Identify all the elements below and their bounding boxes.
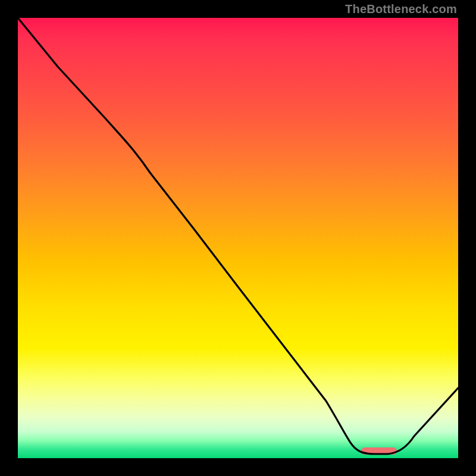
- plot-area: [18, 18, 458, 458]
- chart-frame: TheBottleneck.com: [0, 0, 476, 476]
- chart-svg: [18, 18, 458, 458]
- watermark-text: TheBottleneck.com: [345, 2, 457, 16]
- bottleneck-curve: [18, 18, 458, 454]
